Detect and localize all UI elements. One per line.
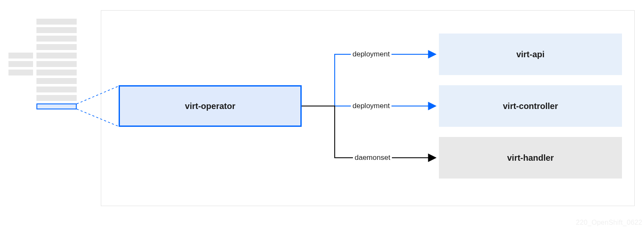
stack-column-left [8,53,33,78]
node-virt-handler: virt-handler [439,137,622,179]
stack-bar [36,95,77,101]
edge-label-deployment-api: deployment [351,50,391,59]
node-label: virt-handler [507,153,554,163]
stack-bar [36,53,77,59]
stack-bar [36,44,77,50]
node-label: virt-controller [503,101,558,111]
stack-bar [8,61,33,67]
stack-bar [36,36,77,42]
stack-bar [36,61,77,67]
stack-bar [36,27,77,33]
stack-bar [36,19,77,25]
stack-bar [36,70,77,75]
node-virt-controller: virt-controller [439,85,622,127]
edge-label-deployment-controller: deployment [351,102,391,110]
node-label: virt-api [516,50,545,59]
stack-bar [36,87,77,92]
footer-caption: 220_OpenShift_0622 [576,219,642,226]
node-label: virt-operator [185,101,236,111]
node-virt-operator: virt-operator [119,85,302,127]
stack-bar [8,53,33,59]
stack-bar-highlighted [36,103,77,109]
stack-bar [8,70,33,75]
stack-column-right [36,19,77,112]
node-virt-api: virt-api [439,34,622,75]
edge-label-daemonset-handler: daemonset [353,154,392,162]
stack-bar [36,78,77,84]
